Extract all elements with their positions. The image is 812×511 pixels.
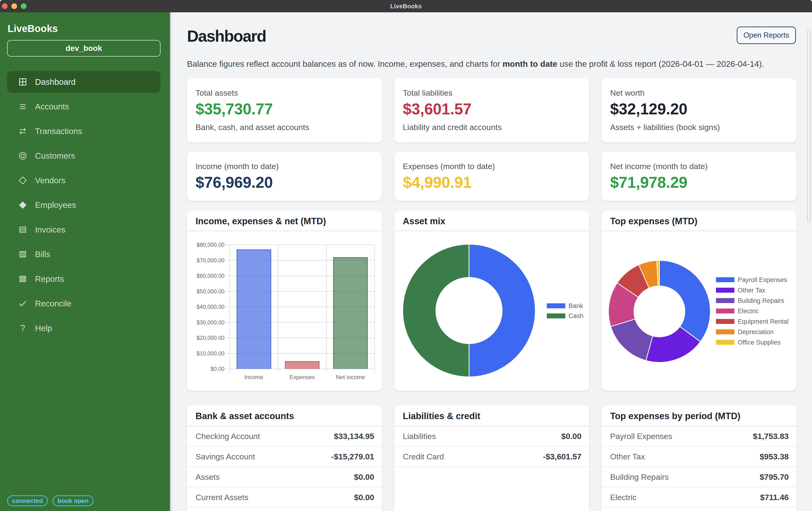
svg-text:$0.00: $0.00 bbox=[210, 366, 225, 372]
svg-text:Depreciation: Depreciation bbox=[738, 329, 774, 336]
svg-text:$30,000.00: $30,000.00 bbox=[197, 319, 225, 325]
svg-text:$40,000.00: $40,000.00 bbox=[197, 304, 225, 310]
svg-text:Payroll Expenses: Payroll Expenses bbox=[738, 276, 787, 283]
svg-text:$10,000.00: $10,000.00 bbox=[197, 350, 225, 357]
svg-text:Cash: Cash bbox=[569, 312, 583, 319]
svg-text:$80,000.00: $80,000.00 bbox=[197, 242, 225, 248]
svg-text:Other Tax: Other Tax bbox=[738, 287, 765, 294]
svg-text:$20,000.00: $20,000.00 bbox=[197, 335, 225, 341]
svg-text:$50,000.00: $50,000.00 bbox=[197, 288, 225, 294]
svg-text:Bank: Bank bbox=[569, 303, 583, 310]
svg-text:Building Repairs: Building Repairs bbox=[738, 297, 784, 304]
svg-text:Office Supplies: Office Supplies bbox=[738, 339, 781, 346]
svg-text:Electric: Electric bbox=[738, 308, 759, 315]
svg-text:Equipment Rental: Equipment Rental bbox=[738, 318, 788, 325]
svg-text:Income: Income bbox=[244, 374, 263, 380]
svg-text:Net income: Net income bbox=[336, 374, 365, 380]
svg-text:$70,000.00: $70,000.00 bbox=[197, 257, 225, 263]
svg-text:Expenses: Expenses bbox=[290, 374, 315, 380]
svg-text:$60,000.00: $60,000.00 bbox=[197, 273, 225, 279]
